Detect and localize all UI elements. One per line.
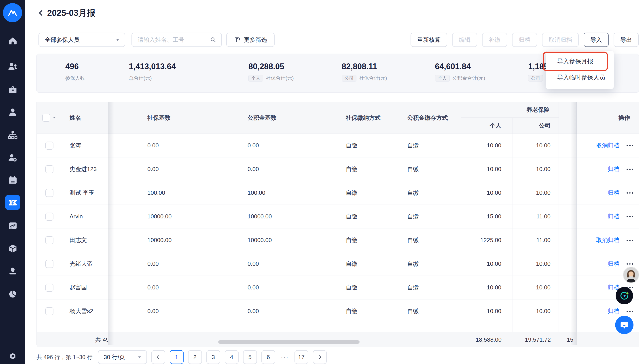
top-bar: 2025-03月报 (25, 0, 644, 26)
report-table: 姓名 社保基数 公积金基数 社保缴纳方式 公积金缴存方式 养老保险 个人 公司 … (37, 102, 639, 345)
back-button[interactable] (37, 8, 45, 18)
chat-button[interactable] (615, 316, 633, 334)
ai-assistant-button[interactable] (616, 287, 633, 304)
more-actions-icon[interactable] (626, 216, 633, 217)
scope-select[interactable]: 全部参保人员 (39, 32, 125, 47)
archive-button[interactable]: 归档 (512, 32, 537, 47)
cell-name: 张涛 (62, 134, 108, 157)
select-all-checkbox[interactable] (42, 114, 50, 122)
row-checkbox[interactable] (45, 307, 54, 315)
recalculate-button[interactable]: 重新核算 (410, 32, 447, 47)
more-filters-label: 更多筛选 (244, 36, 267, 44)
cell-name: 杨大雪s2 (62, 300, 108, 323)
row-action-link[interactable]: 归档 (608, 165, 619, 173)
row-action-link[interactable]: 归档 (608, 189, 619, 197)
row-checkbox[interactable] (45, 189, 54, 197)
row-checkbox[interactable] (45, 165, 54, 173)
page-button-2[interactable]: 2 (188, 350, 202, 364)
cube-icon[interactable] (8, 244, 18, 254)
pie-chart-icon[interactable] (8, 289, 18, 299)
scope-select-value: 全部参保人员 (45, 36, 80, 44)
partial-row (37, 323, 639, 332)
sidebar-item-payroll-active[interactable] (5, 195, 20, 210)
row-checkbox[interactable] (45, 142, 54, 150)
stat-insured-count: 496 参保人数 (65, 62, 85, 82)
export-button[interactable]: 导出 (613, 32, 639, 47)
more-actions-icon[interactable] (626, 168, 633, 170)
more-pages-button[interactable]: ··· (280, 350, 290, 364)
stat-grand-total: 1,413,013.64 总合计(元) (129, 62, 176, 82)
stats-divider (219, 63, 219, 84)
more-actions-icon[interactable] (626, 145, 633, 146)
row-checkbox[interactable] (45, 212, 54, 221)
unarchive-button[interactable]: 取消归档 (542, 32, 579, 47)
col-header-fund-base: 公积金基数 (241, 102, 338, 134)
row-action-link[interactable]: 归档 (608, 260, 619, 268)
chevron-down-icon (137, 354, 142, 360)
row-action-link[interactable]: 归档 (608, 307, 619, 315)
user-icon[interactable] (8, 107, 18, 118)
search-box (131, 32, 222, 47)
table-row: 测试 李玉 100.00 100.00 自缴 自缴 10.00 10.00 归档 (37, 181, 639, 205)
cell-name: 测试 李玉 (62, 181, 108, 204)
more-actions-icon[interactable] (626, 311, 633, 312)
summary-clipped-value: 15 (559, 332, 577, 347)
more-filters-button[interactable]: 更多筛选 (226, 32, 275, 47)
table-row: 光绪大帝 0.00 0.00 自缴 自缴 10.00 10.00 归档 (37, 252, 639, 276)
home-icon[interactable] (8, 36, 18, 46)
app-window: 2025-03月报 全部参保人员 更多筛选 重新核算 编辑 补缴 归档 取消归档… (0, 0, 644, 364)
row-action-link[interactable]: 取消归档 (596, 142, 619, 150)
col-header-ss-base: 社保基数 (141, 102, 241, 134)
next-page-button[interactable] (313, 350, 327, 364)
col-header-personal: 个人 (461, 118, 513, 134)
table-row: 赵富国 0.00 0.00 自缴 自缴 10.00 10.00 归档 (37, 276, 639, 300)
briefcase-icon[interactable] (8, 85, 18, 95)
page-button-4[interactable]: 4 (225, 350, 239, 364)
page-button-17[interactable]: 17 (295, 350, 308, 364)
filter-funnel-icon (234, 36, 241, 43)
col-header-actions: 操作 (577, 102, 639, 134)
menu-item-import-monthly-report[interactable]: 导入参保月报 (546, 53, 614, 70)
calendar-icon[interactable] (8, 175, 18, 185)
page-button-1[interactable]: 1 (170, 350, 183, 364)
row-action-link[interactable]: 归档 (608, 212, 619, 220)
pagination-bar: 共 496 行，第 1~30 行 30 行/页 1 2 3 4 5 6 ··· … (37, 350, 327, 364)
stat-ss-company: 82,808.11 公司社保合计(元) (342, 62, 387, 82)
user-add-icon[interactable] (8, 153, 18, 163)
search-input[interactable] (133, 36, 205, 44)
horizontal-scrollbar[interactable] (218, 340, 360, 344)
summary-row: 共 496 18,588.00 19,571.72 15 (37, 332, 639, 347)
prev-page-button[interactable] (151, 350, 165, 364)
summary-company-total: 19,571.72 (513, 332, 559, 347)
more-actions-icon[interactable] (626, 240, 633, 241)
settings-icon[interactable] (8, 351, 18, 361)
table-row: 史金进123 0.00 0.00 自缴 自缴 10.00 10.00 归档 (37, 158, 639, 181)
supplement-pay-button[interactable]: 补缴 (482, 32, 507, 47)
row-checkbox[interactable] (45, 284, 54, 292)
select-all-caret-icon[interactable] (52, 116, 57, 120)
cell-name: Arvin (62, 205, 108, 228)
chevron-right-icon (317, 354, 322, 360)
more-actions-icon[interactable] (626, 192, 633, 194)
page-button-3[interactable]: 3 (206, 350, 220, 364)
row-checkbox[interactable] (45, 236, 54, 244)
users-icon[interactable] (8, 62, 18, 72)
edit-button[interactable]: 编辑 (452, 32, 477, 47)
more-actions-icon[interactable] (626, 263, 633, 265)
trend-chart-icon[interactable] (8, 221, 18, 231)
assistant-avatar[interactable] (623, 267, 639, 283)
menu-item-import-temp-insured[interactable]: 导入临时参保人员 (546, 70, 614, 86)
row-action-link[interactable]: 取消归档 (596, 236, 619, 244)
stamp-icon[interactable] (8, 266, 18, 276)
import-button[interactable]: 导入 (584, 32, 609, 47)
badge-personal: 个人 (249, 75, 263, 82)
col-header-ss-method: 社保缴纳方式 (338, 102, 399, 134)
cell-name: 光绪大帝 (62, 252, 108, 276)
org-chart-icon[interactable] (8, 130, 18, 140)
table-header: 姓名 社保基数 公积金基数 社保缴纳方式 公积金缴存方式 养老保险 个人 公司 … (37, 102, 639, 134)
page-size-select[interactable]: 30 行/页 (98, 350, 147, 364)
page-button-6[interactable]: 6 (261, 350, 275, 364)
page-button-5[interactable]: 5 (243, 350, 257, 364)
col-header-hidden (108, 102, 141, 134)
row-checkbox[interactable] (45, 260, 54, 268)
